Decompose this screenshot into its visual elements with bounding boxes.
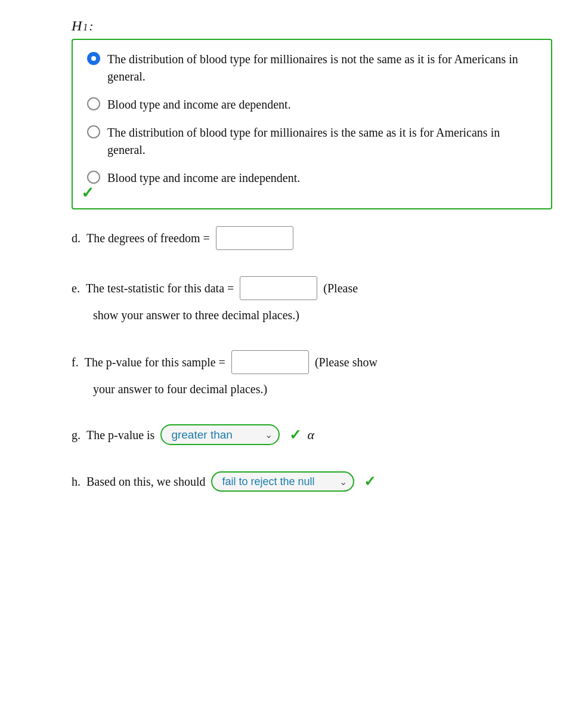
radio-button-3[interactable]: [87, 125, 100, 138]
section-f-label: f.: [72, 353, 79, 371]
test-statistic-row: e. The test-statistic for this data = (P…: [72, 276, 552, 300]
pvalue-line2-text: your answer to four decimal places.): [93, 382, 267, 396]
greater-than-dropdown-wrapper: greater than less than equal to ⌄: [160, 424, 280, 445]
radio-option-3[interactable]: The distribution of blood type for milli…: [87, 124, 537, 159]
conclusion-select[interactable]: fail to reject the null reject the null: [211, 471, 354, 492]
radio-label-2: Blood type and income are dependent.: [107, 96, 291, 113]
radio-button-2[interactable]: [87, 97, 100, 110]
h1-letter: H: [72, 18, 82, 34]
degrees-of-freedom-text: The degrees of freedom =: [86, 229, 210, 247]
section-e: e. The test-statistic for this data = (P…: [72, 276, 552, 324]
section-e-label: e.: [72, 279, 80, 297]
comparison-checkmark: ✓: [289, 427, 301, 443]
radio-label-1: The distribution of blood type for milli…: [107, 51, 537, 85]
fail-to-reject-dropdown-wrapper: fail to reject the null reject the null …: [211, 471, 354, 492]
pvalue-input[interactable]: [231, 350, 309, 374]
hypothesis-radio-group: The distribution of blood type for milli…: [72, 39, 552, 209]
pvalue-text-before: The p-value for this sample =: [85, 353, 225, 371]
degrees-of-freedom-row: d. The degrees of freedom =: [72, 226, 552, 250]
h1-subscript: 1: [83, 22, 88, 33]
pvalue-comparison-row: g. The p-value is greater than less than…: [72, 424, 552, 445]
test-statistic-line2: show your answer to three decimal places…: [93, 306, 552, 324]
radio-label-3: The distribution of blood type for milli…: [107, 124, 537, 159]
section-g: g. The p-value is greater than less than…: [72, 424, 552, 445]
pvalue-comparison-select[interactable]: greater than less than equal to: [160, 424, 280, 445]
section-f: f. The p-value for this sample = (Please…: [72, 350, 552, 398]
h1-colon: :: [89, 18, 93, 34]
radio-label-4: Blood type and income are independent.: [107, 169, 300, 187]
radio-option-1[interactable]: The distribution of blood type for milli…: [87, 51, 537, 85]
section-g-label: g.: [72, 426, 81, 444]
section-d: d. The degrees of freedom =: [72, 226, 552, 250]
pvalue-is-text: The p-value is: [86, 426, 154, 444]
test-statistic-input[interactable]: [240, 276, 317, 300]
test-statistic-text-after: (Please: [323, 279, 358, 297]
conclusion-row: h. Based on this, we should fail to reje…: [72, 471, 552, 492]
alpha-symbol: α: [307, 425, 314, 445]
based-on-text: Based on this, we should: [86, 473, 205, 490]
radio-button-1[interactable]: [87, 52, 100, 65]
radio-option-2[interactable]: Blood type and income are dependent.: [87, 96, 537, 113]
pvalue-line2: your answer to four decimal places.): [93, 380, 552, 398]
degrees-of-freedom-input[interactable]: [216, 226, 293, 250]
conclusion-checkmark: ✓: [364, 473, 376, 490]
pvalue-row: f. The p-value for this sample = (Please…: [72, 350, 552, 374]
test-statistic-text-before: The test-statistic for this data =: [86, 279, 234, 297]
test-statistic-line2-text: show your answer to three decimal places…: [93, 308, 299, 322]
h1-heading: H 1 :: [72, 18, 552, 34]
radio-option-4[interactable]: Blood type and income are independent.: [87, 169, 537, 187]
pvalue-text-after: (Please show: [315, 353, 377, 371]
section-d-label: d.: [72, 229, 81, 247]
radio-button-4[interactable]: [87, 171, 100, 184]
section-h: h. Based on this, we should fail to reje…: [72, 471, 552, 492]
radio-correct-checkmark: ✓: [81, 184, 94, 202]
section-h-label: h.: [72, 473, 81, 490]
